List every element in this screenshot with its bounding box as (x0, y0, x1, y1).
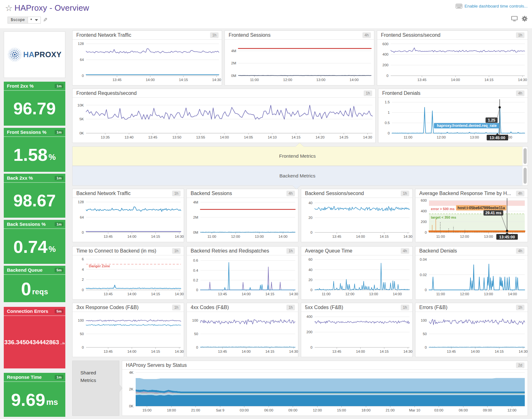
chart-plot-haproxy-servers-by-status[interactable]: 0K2K4K15:0018:0021:00Sat 903:0006:0009:0… (122, 370, 528, 416)
timeframe-badge[interactable]: 4h (401, 248, 409, 254)
svg-text:0.5: 0.5 (385, 121, 390, 125)
timeframe-badge[interactable]: 4h (286, 191, 295, 196)
query-value-response-time[interactable]: Response Time 1m 9.69ms (4, 373, 65, 417)
enable-time-controls-link[interactable]: Enable dashboard time controls... (456, 4, 528, 8)
timeframe-badge[interactable]: 1h (286, 305, 295, 310)
svg-text:0: 0 (388, 131, 390, 135)
chart-header: Backend Denials 4h (415, 247, 528, 255)
svg-text:13:00: 13:00 (369, 292, 378, 296)
note-scrollbar[interactable] (522, 147, 528, 166)
timeframe-badge[interactable]: 1h (401, 305, 409, 310)
svg-text:4K: 4K (129, 371, 133, 374)
chart-plot-4xx-codes[interactable]: 05010013:4514:0014:1514:30 (187, 312, 298, 357)
timeframe-badge[interactable]: 1h (516, 32, 524, 38)
chart-title: Backend Retries and Redispatches (191, 248, 286, 254)
timeframe-badge[interactable]: 4h (516, 191, 524, 196)
svg-text:21:00: 21:00 (191, 408, 200, 412)
svg-text:0: 0 (425, 288, 427, 292)
svg-text:128: 128 (78, 200, 84, 204)
timeframe-badge[interactable]: 2d (516, 362, 524, 368)
haproxy-logo-card: HAPROXY (4, 31, 65, 78)
timeframe-badge[interactable]: 1h (210, 32, 219, 38)
svg-text:14:15: 14:15 (485, 78, 494, 82)
edit-pencil-icon[interactable]: ✎ (43, 17, 47, 23)
timeframe-badge: 1m (55, 375, 63, 379)
chart-plot-backend-sessions[interactable]: 0M2M4M11:0012:0013:0014:00 (187, 198, 298, 242)
widget-frontend-sessions-per-second: Frontend Sessions/second 1h 020040060013… (377, 30, 528, 85)
note-scrollbar[interactable] (522, 166, 528, 185)
chart-plot-3xx-response-codes[interactable]: 05010013:4514:0014:1514:30 (73, 312, 184, 357)
timeframe-badge[interactable]: 1h (172, 305, 181, 310)
chart-plot-backend-network-traffic[interactable]: 06412813:4514:0014:1514:30 (73, 198, 184, 242)
svg-text:6: 6 (82, 257, 84, 261)
chart-plot-time-to-connect-backend[interactable]: 024613:4514:0014:1514:30Danger Zone (73, 256, 184, 299)
chart-plot-errors-fb[interactable]: 05010013:4514:0014:1514:30 (415, 312, 528, 357)
gear-icon[interactable] (522, 16, 528, 22)
svg-text:13:45: 13:45 (218, 350, 227, 353)
chart-plot-frontend-network-traffic[interactable]: 06412813:4514:0014:1514:30 (73, 40, 222, 85)
widget-3xx-response-codes: 3xx Response Codes (F&B) 1h 05010013:451… (72, 303, 184, 357)
chart-title: Frontend Denials (382, 90, 516, 96)
chart-plot-avg-backend-response-time[interactable]: 020040060011:0012:0013:0014:00error > 50… (415, 198, 528, 242)
timeframe-badge[interactable]: 1h (172, 248, 181, 254)
chart-plot-backend-denials[interactable]: 00.020.0411:0012:0013:0014:00 (415, 256, 528, 299)
widget-haproxy-servers-by-status: HAProxy Servers by Status 2d 0K2K4K15:00… (122, 361, 528, 416)
note-pointer-right (119, 384, 122, 392)
timeframe-badge[interactable]: 4h (516, 248, 524, 254)
timeframe-badge[interactable]: 4h (362, 32, 371, 38)
timeframe-badge[interactable]: 1h (516, 305, 524, 310)
chart-plot-frontend-denials[interactable]: 00.511.511:0012:0013:0014:001.25haproxy.… (378, 98, 528, 143)
svg-text:14:00: 14:00 (350, 78, 359, 82)
svg-text:1.5: 1.5 (385, 100, 390, 104)
query-value-front-2xx[interactable]: Front 2xx % 1m 96.79 (4, 82, 65, 126)
query-value-front-sessions[interactable]: Front Sessions % 1m 1.58% (4, 128, 65, 172)
widget-frontend-sessions: Frontend Sessions 4h 0M2M4M11:0012:0013:… (225, 30, 374, 85)
dashboard-page: ☆ HAProxy - Overview $scope * ✎ Enable d… (0, 0, 532, 419)
chart-plot-backend-retries-redispatches[interactable]: 00.20.40.613:4514:0014:1514:30 (187, 256, 298, 299)
timeframe-badge: 1m (55, 176, 63, 180)
svg-text:14:30: 14:30 (289, 350, 298, 353)
svg-text:4: 4 (82, 268, 84, 271)
svg-text:14:15: 14:15 (151, 235, 160, 238)
scope-value-dropdown[interactable]: * (28, 17, 41, 24)
scrollbar-thumb[interactable] (524, 148, 527, 164)
svg-text:14:05: 14:05 (244, 135, 253, 139)
timeframe-badge[interactable]: 4h (516, 90, 524, 96)
svg-text:64: 64 (80, 58, 84, 62)
query-value-number: 98.67 (13, 193, 56, 209)
chart-header: Average Queue Time 4h (301, 247, 412, 255)
query-value-back-2xx[interactable]: Back 2xx % 1m 98.67 (4, 174, 65, 218)
svg-text:14:00: 14:00 (471, 350, 480, 353)
widget-backend-sessions: Backend Sessions 4h 0M2M4M11:0012:0013:0… (187, 189, 298, 242)
svg-text:0.6: 0.6 (193, 258, 198, 262)
svg-text:12:00: 12:00 (460, 292, 469, 296)
tv-screen-icon[interactable] (511, 16, 518, 21)
timeframe-badge[interactable]: 1h (401, 191, 409, 196)
chart-plot-frontend-sessions-per-second[interactable]: 020040060013:4514:0014:1514:30 (377, 40, 528, 85)
svg-text:100: 100 (192, 318, 198, 322)
svg-text:14:00: 14:00 (356, 350, 365, 353)
query-value-back-sessions[interactable]: Back Sessions % 1m 0.74% (4, 220, 65, 264)
chart-plot-average-queue-time[interactable]: 020406011:0012:0013:0014:00 (301, 256, 412, 299)
favorite-star-icon[interactable]: ☆ (5, 3, 13, 13)
chart-plot-frontend-requests-per-second[interactable]: 0K5K10K13:3513:4013:4513:5013:5514:0014:… (73, 98, 375, 143)
chart-plot-frontend-sessions[interactable]: 0M2M4M11:0012:0013:0014:00 (225, 40, 374, 85)
value-unit: ms (46, 398, 58, 406)
query-value-backend-queue[interactable]: Backend Queue 5m 0reqs (4, 266, 65, 302)
svg-text:06:00: 06:00 (459, 408, 468, 412)
chart-plot-backend-sessions-per-second[interactable]: 0204013:4514:0014:1514:30 (301, 198, 412, 242)
svg-text:0: 0 (196, 288, 198, 292)
query-value-header: Connection Errors 5m (4, 307, 65, 316)
chart-header: HAProxy Servers by Status 2d (122, 361, 528, 370)
query-value-connection-errors[interactable]: Connection Errors 5m 336.3450434442863..… (4, 307, 65, 368)
chart-header: Frontend Sessions 4h (225, 31, 374, 40)
chart-header: Backend Retries and Redispatches 1h (187, 247, 298, 255)
timeframe-badge[interactable]: 1h (172, 191, 181, 196)
timeframe-badge: 1m (55, 222, 63, 226)
timeframe-badge[interactable]: 1h (286, 248, 295, 254)
svg-text:13:45: 13:45 (112, 78, 122, 82)
timeframe-badge[interactable]: 1h (364, 90, 372, 96)
scrollbar-thumb[interactable] (524, 168, 527, 184)
query-value-header: Front Sessions % 1m (4, 128, 65, 137)
chart-plot-5xx-codes[interactable]: 020040013:4514:0014:1514:30 (301, 312, 412, 357)
